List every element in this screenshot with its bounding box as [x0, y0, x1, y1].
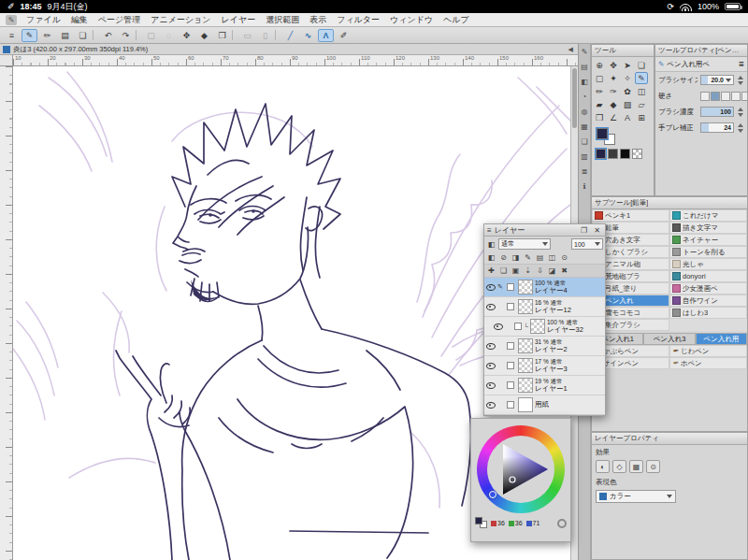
effect-border-icon[interactable]: ◇ — [612, 460, 626, 473]
palette-float-icon[interactable]: ❐ — [579, 225, 589, 236]
menu-item[interactable]: ウィンドウ — [390, 14, 433, 26]
menu-item[interactable]: 表示 — [309, 14, 326, 26]
menu-item[interactable]: ヘルプ — [443, 14, 469, 26]
layer-palette-header[interactable]: ≡ レイヤー ❐✕ — [484, 224, 605, 237]
palette-close-icon[interactable]: ✕ — [592, 225, 602, 236]
tool-dock-icon[interactable]: ✎ — [580, 47, 590, 57]
fill-tool[interactable]: ◆ — [607, 98, 620, 110]
ruler-range-icon[interactable]: ▤ — [535, 252, 545, 263]
swatch-black[interactable] — [620, 149, 630, 159]
draft-layer-icon[interactable]: ✎ — [523, 252, 533, 263]
delete-layer-icon[interactable]: ✖ — [559, 266, 569, 276]
undo-icon[interactable]: ↶ — [100, 29, 116, 42]
ruler-origin-button[interactable] — [0, 55, 13, 66]
brush-tool[interactable]: ✑ — [607, 85, 620, 97]
layer-thumbnail[interactable] — [518, 397, 533, 412]
eraser-tool[interactable]: ◫ — [635, 85, 648, 97]
navigator-dock-icon[interactable]: ≣ — [580, 166, 590, 177]
effect-extract-lines-icon[interactable]: ▦ — [629, 460, 643, 473]
layer-thumbnail[interactable] — [518, 280, 533, 294]
gradient-tool[interactable]: ▨ — [621, 98, 634, 110]
figure-tool[interactable]: ▱ — [635, 98, 648, 110]
brush-size-dock-icon[interactable]: ◔ — [580, 92, 590, 102]
layer-select-checkbox[interactable] — [514, 323, 522, 330]
document-tab-title[interactable]: 炎ほ3 (420.00 x 297.00mm 350dpi 119.4%) — [13, 45, 148, 54]
layer-visibility-toggle[interactable] — [486, 302, 496, 311]
menu-item[interactable]: レイヤー — [222, 14, 256, 26]
app-logo-icon[interactable]: ✎ — [6, 15, 17, 25]
polyline-icon[interactable]: Λ — [318, 29, 334, 42]
layer-select-checkbox[interactable] — [507, 283, 514, 291]
tool-palette-header[interactable]: ツール — [592, 45, 654, 57]
deselect-icon[interactable]: ◌ — [161, 29, 177, 42]
rounded-rect-icon[interactable]: ▯ — [257, 29, 273, 42]
menu-item[interactable]: 編集 — [71, 14, 88, 26]
merge-to-lower-icon[interactable]: ⇩ — [535, 266, 545, 276]
line-correct-tool[interactable]: ⊞ — [635, 111, 648, 123]
layer-visibility-toggle[interactable] — [486, 400, 496, 409]
value-stepper[interactable] — [737, 76, 744, 85]
subtool-item[interactable]: 描き文字マ — [669, 222, 747, 234]
blend-mode-select[interactable]: 通常 — [498, 238, 551, 250]
layer-visibility-toggle[interactable] — [486, 341, 496, 351]
subtool-dock-icon[interactable]: ▤ — [580, 62, 590, 72]
layer-row[interactable]: 16 % 通常 レイヤー12 — [484, 297, 605, 317]
subtool-item[interactable]: ペンキ1 — [592, 209, 669, 222]
layer-thumbnail[interactable] — [518, 378, 533, 393]
layer-mask-icon[interactable]: ◪ — [547, 266, 557, 276]
ruler-tool[interactable]: ∠ — [607, 111, 620, 123]
new-vector-layer-icon[interactable]: ❏ — [498, 266, 509, 276]
effect-layer-color-icon[interactable]: ⊙ — [646, 460, 660, 473]
palette-color-icon[interactable]: ◧ — [486, 252, 496, 263]
tool-property-menu-icon[interactable]: ≣ — [739, 60, 744, 68]
move-icon[interactable]: ✥ — [179, 29, 194, 42]
auto-select-tool[interactable]: ✦ — [607, 72, 620, 84]
wheel-main-color-square[interactable] — [475, 517, 482, 524]
subtool-item[interactable]: これだけマ — [669, 209, 747, 222]
text-tool[interactable]: A — [621, 111, 634, 123]
color-wheel-dock-icon[interactable]: ◍ — [580, 107, 590, 117]
pen-subtool-item[interactable]: ✒ じわペン — [669, 345, 747, 357]
frame-border-tool[interactable]: ❒ — [593, 111, 606, 123]
rect-icon[interactable]: ▭ — [239, 29, 255, 42]
layer-select-checkbox[interactable] — [507, 401, 514, 409]
eyedropper-tool[interactable]: ✧ — [621, 72, 634, 84]
layer-row[interactable]: 用紙 — [484, 395, 605, 415]
vector-pen-icon[interactable]: ✐ — [336, 29, 352, 42]
new-folder-icon[interactable]: ▣ — [511, 266, 521, 276]
main-menu-icon[interactable]: ≡ — [4, 29, 20, 42]
tab-collapse-icon[interactable]: ◀ — [568, 46, 575, 53]
decoration-tool[interactable]: ✿ — [621, 85, 634, 97]
menu-item[interactable]: ファイル — [26, 14, 61, 26]
clip-to-layer-icon[interactable]: ⊙ — [559, 252, 569, 263]
subtool-item[interactable]: 少女漫画ペ — [669, 282, 747, 294]
layer-row[interactable]: ✎ 100 % 通常 レイヤー4 — [484, 278, 605, 297]
value-stepper[interactable] — [737, 108, 744, 117]
frame-icon[interactable]: ❒ — [214, 29, 230, 42]
palette-menu-icon[interactable]: ≡ — [487, 226, 492, 235]
expression-color-select[interactable]: カラー — [596, 490, 676, 503]
divider[interactable] — [93, 30, 98, 40]
swatch-sub-color[interactable] — [608, 149, 618, 159]
layer-thumbnail[interactable] — [518, 358, 533, 373]
subtool-group-tab[interactable]: ペン入れ3 — [643, 333, 695, 345]
saturation-value-triangle[interactable] — [487, 436, 554, 503]
swatch-main-color[interactable] — [596, 149, 606, 159]
layer-row[interactable]: 17 % 通常 レイヤー3 — [484, 356, 605, 376]
scrollbar-thumb[interactable] — [572, 68, 577, 128]
color-set-dock-icon[interactable]: ▦ — [580, 122, 590, 132]
selection-tool[interactable]: ▢ — [593, 72, 606, 84]
pencil-icon[interactable]: ✏ — [39, 29, 55, 42]
layer-visibility-toggle[interactable] — [494, 322, 503, 331]
layer-thumbnail[interactable] — [530, 319, 545, 334]
main-sub-color-widget[interactable] — [596, 127, 618, 146]
divider[interactable] — [232, 30, 237, 40]
layer-visibility-toggle[interactable] — [486, 381, 496, 390]
layer-select-checkbox[interactable] — [507, 362, 514, 369]
subtool-item[interactable]: はしわ3 — [669, 307, 747, 319]
layer-thumbnail[interactable] — [518, 338, 533, 353]
file-icon[interactable]: ❏ — [75, 29, 91, 42]
layer-row[interactable]: 19 % 通常 レイヤー1 — [484, 376, 605, 395]
preset-dropdown-icon[interactable] — [726, 79, 731, 82]
reference-layer-icon[interactable]: ◫ — [547, 252, 557, 263]
